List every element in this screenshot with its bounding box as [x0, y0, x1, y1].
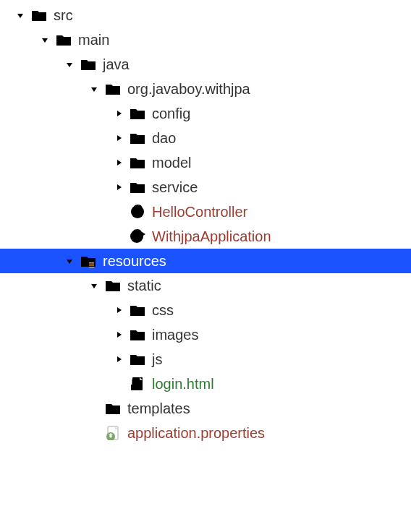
tree-label: js [152, 351, 162, 368]
chevron-down-icon[interactable] [64, 59, 75, 70]
folder-icon [30, 7, 48, 23]
tree-node-css[interactable]: css [0, 298, 411, 322]
html-file-icon [129, 376, 146, 392]
tree-node-login-html[interactable]: login.html [0, 372, 411, 396]
tree-label: templates [127, 400, 190, 417]
chevron-right-icon[interactable] [113, 132, 124, 144]
tree-label: login.html [152, 376, 214, 392]
package-icon [129, 130, 146, 146]
tree-node-withjpa-app[interactable]: WithjpaApplication [0, 224, 411, 249]
tree-label: config [152, 106, 190, 122]
tree-node-app-properties[interactable]: application.properties [0, 421, 411, 445]
tree-label: dao [152, 130, 176, 147]
tree-label: WithjpaApplication [152, 228, 271, 245]
tree-label: model [152, 155, 191, 171]
tree-node-hello-controller[interactable]: HelloController [0, 200, 411, 224]
folder-icon [104, 400, 122, 416]
chevron-right-icon[interactable] [113, 181, 124, 193]
folder-icon [129, 327, 146, 343]
tree-node-package[interactable]: org.javaboy.withjpa [0, 77, 411, 101]
package-icon [129, 155, 146, 171]
chevron-right-icon[interactable] [113, 157, 124, 168]
chevron-down-icon[interactable] [64, 255, 75, 267]
tree-node-main[interactable]: main [0, 27, 411, 52]
chevron-right-icon[interactable] [113, 108, 124, 119]
tree-label: resources [103, 253, 166, 270]
tree-node-java[interactable]: java [0, 52, 411, 77]
chevron-down-icon[interactable] [39, 34, 51, 46]
tree-label: service [152, 179, 198, 196]
source-folder-icon [80, 56, 97, 72]
folder-icon [104, 278, 122, 293]
tree-node-dao[interactable]: dao [0, 126, 411, 150]
tree-label: java [103, 56, 130, 73]
folder-icon [129, 302, 146, 318]
chevron-right-icon[interactable] [113, 304, 124, 316]
chevron-right-icon[interactable] [113, 329, 124, 340]
project-tree: src main java org.javaboy.withjpa config… [0, 0, 411, 445]
tree-label: main [78, 32, 109, 48]
tree-node-resources[interactable]: resources [0, 249, 411, 273]
package-icon [104, 81, 122, 97]
tree-node-src[interactable]: src [0, 3, 411, 27]
package-icon [129, 106, 146, 121]
tree-node-static[interactable]: static [0, 273, 411, 298]
chevron-down-icon[interactable] [88, 83, 100, 95]
tree-label: images [152, 327, 198, 343]
tree-label: css [152, 302, 174, 319]
chevron-down-icon[interactable] [88, 280, 100, 291]
chevron-down-icon[interactable] [14, 9, 26, 21]
tree-label: org.javaboy.withjpa [127, 81, 250, 98]
tree-node-service[interactable]: service [0, 175, 411, 200]
java-runnable-class-icon [129, 228, 146, 244]
package-icon [129, 179, 146, 195]
tree-node-model[interactable]: model [0, 150, 411, 175]
properties-file-icon [104, 425, 122, 441]
tree-node-images[interactable]: images [0, 322, 411, 347]
java-class-icon [129, 204, 146, 220]
tree-node-config[interactable]: config [0, 101, 411, 126]
tree-label: src [54, 7, 73, 24]
folder-icon [129, 351, 146, 367]
chevron-right-icon[interactable] [113, 353, 124, 365]
tree-label: static [127, 278, 161, 294]
tree-label: HelloController [152, 204, 247, 220]
resources-folder-icon [80, 253, 97, 269]
folder-icon [55, 32, 72, 48]
tree-node-templates[interactable]: templates [0, 396, 411, 421]
tree-node-js[interactable]: js [0, 347, 411, 372]
tree-label: application.properties [127, 425, 265, 442]
